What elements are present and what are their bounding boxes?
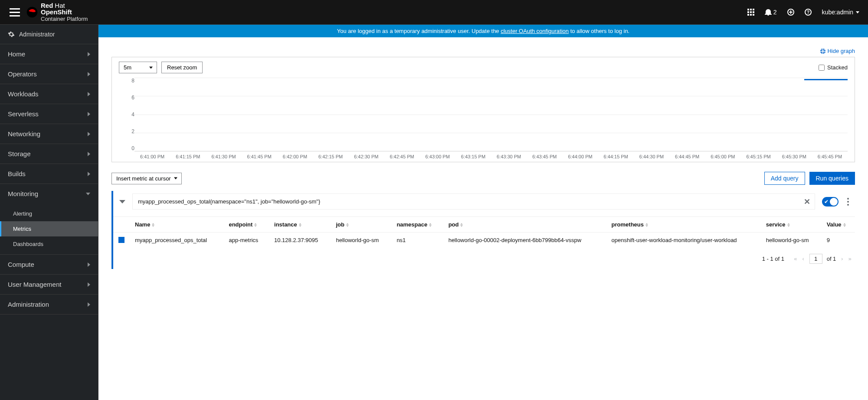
hide-graph-button[interactable]: Hide graph [820,48,855,54]
svg-text:?: ? [807,10,809,15]
col-prometheus[interactable]: prometheus [606,217,761,233]
redhat-icon [26,6,38,18]
chart-series-line [804,79,848,80]
svg-rect-7 [747,14,749,16]
page-prev-button[interactable]: ‹ [802,256,805,262]
compress-icon [820,49,825,54]
nav-user-management[interactable]: User Management [0,275,98,295]
chart-yaxis: 8 6 4 2 0 [119,78,134,151]
table-row: myapp_processed_ops_total app-metrics 10… [113,233,855,249]
nav-administration[interactable]: Administration [0,295,98,315]
nav-serverless[interactable]: Serverless [0,104,98,124]
results-table: Name endpoint instance job namespace pod… [113,216,855,269]
svg-rect-2 [750,9,752,10]
perspective-switcher[interactable]: Administrator [0,25,98,44]
clear-query-icon[interactable]: ✕ [804,197,810,207]
notifications-count: 2 [773,9,777,16]
sidebar: Administrator Home Operators Workloads S… [0,25,98,400]
chart-area[interactable]: 8 6 4 2 0 [119,78,848,151]
query-kebab-menu[interactable] [845,196,851,207]
col-name[interactable]: Name [130,217,223,233]
col-namespace[interactable]: namespace [391,217,443,233]
col-pod[interactable]: pod [443,217,606,233]
col-instance[interactable]: instance [269,217,331,233]
brand-logo[interactable]: Red Hat OpenShift Container Platform [26,2,88,22]
reset-zoom-button[interactable]: Reset zoom [161,62,203,73]
stacked-label: Stacked [827,64,848,71]
series-color-swatch[interactable] [118,237,124,243]
col-value[interactable]: Value [822,217,855,233]
svg-rect-8 [750,14,752,16]
oauth-config-link[interactable]: cluster OAuth configuration [501,28,569,34]
add-icon[interactable] [787,9,794,16]
nav-networking[interactable]: Networking [0,124,98,144]
app-launcher-icon[interactable] [747,9,754,16]
nav-monitoring-metrics[interactable]: Metrics [0,221,98,236]
nav-home[interactable]: Home [0,44,98,64]
query-text: myapp_processed_ops_total{namespace="ns1… [138,198,320,205]
nav-toggle-button[interactable] [10,7,20,17]
nav-compute[interactable]: Compute [0,255,98,275]
login-banner: You are logged in as a temporary adminis… [98,25,868,37]
page-of-label: of 1 [827,256,836,262]
svg-rect-4 [747,11,749,13]
col-job[interactable]: job [331,217,391,233]
query-block: myapp_processed_ops_total{namespace="ns1… [111,191,855,269]
stacked-checkbox[interactable] [819,65,825,71]
col-endpoint[interactable]: endpoint [223,217,269,233]
masthead: Red Hat OpenShift Container Platform 2 ?… [0,0,868,25]
chart-panel: 5m Reset zoom Stacked 8 6 4 2 0 [111,57,855,162]
time-range-select[interactable]: 5m [119,62,157,73]
chart-plot [134,78,848,151]
add-query-button[interactable]: Add query [764,172,805,185]
perspective-label: Administrator [19,31,55,38]
caret-down-icon [856,11,859,13]
nav-builds[interactable]: Builds [0,164,98,184]
insert-metric-select[interactable]: Insert metric at cursor [111,173,182,184]
pagination: 1 - 1 of 1 « ‹ of 1 › » [113,249,855,269]
nav-monitoring-submenu: Alerting Metrics Dashboards [0,203,98,255]
nav-monitoring-alerting[interactable]: Alerting [0,206,98,221]
query-enabled-toggle[interactable]: ✔ [822,197,839,207]
svg-rect-5 [750,11,752,13]
nav-storage[interactable]: Storage [0,144,98,164]
page-first-button[interactable]: « [794,256,797,262]
user-label: kube:admin [822,9,853,16]
query-input[interactable]: myapp_processed_ops_total{namespace="ns1… [132,193,815,210]
col-service[interactable]: service [761,217,822,233]
query-collapse-toggle[interactable] [119,200,125,203]
nav-monitoring-dashboards[interactable]: Dashboards [0,236,98,252]
brand-line3: Container Platform [41,16,88,22]
brand-line2: OpenShift [41,9,72,16]
svg-rect-1 [747,9,749,10]
main-content: You are logged in as a temporary adminis… [98,25,868,400]
nav-workloads[interactable]: Workloads [0,84,98,104]
user-menu[interactable]: kube:admin [822,9,859,16]
svg-rect-9 [753,14,754,16]
chart-xaxis: 6:41:00 PM6:41:15 PM6:41:30 PM6:41:45 PM… [134,151,848,159]
page-last-button[interactable]: » [848,256,852,262]
notifications-icon[interactable]: 2 [765,9,777,16]
page-next-button[interactable]: › [840,256,844,262]
nav-operators[interactable]: Operators [0,64,98,84]
nav-monitoring[interactable]: Monitoring [0,184,98,203]
gear-icon [8,31,15,38]
page-number-input[interactable] [809,254,822,264]
svg-rect-3 [753,9,754,10]
pagination-range[interactable]: 1 - 1 of 1 [762,256,786,262]
run-queries-button[interactable]: Run queries [809,172,855,185]
help-icon[interactable]: ? [805,9,812,16]
svg-rect-6 [753,11,754,13]
